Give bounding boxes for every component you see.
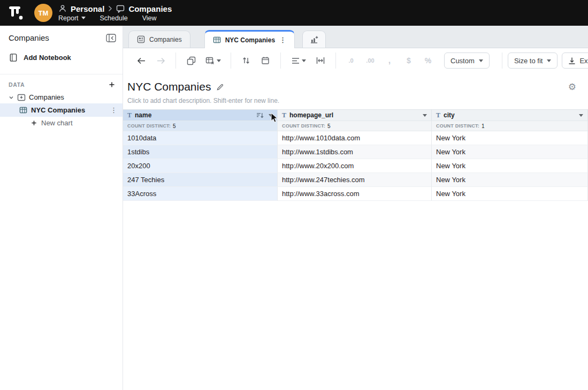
- divider: [280, 52, 281, 69]
- source-icon: [17, 93, 26, 102]
- top-bar: TM Personal Companies Report Schedule: [0, 0, 588, 26]
- column-header-name[interactable]: T name: [123, 110, 278, 121]
- count-distinct-city: COUNT DISTINCT: 1: [432, 121, 588, 131]
- collapse-sidebar-button[interactable]: [106, 34, 116, 42]
- table-cell[interactable]: http://www.20x200.com: [278, 159, 432, 173]
- currency-format-button[interactable]: $: [401, 52, 417, 69]
- copy-icon: [187, 56, 196, 65]
- fit-width-button[interactable]: [312, 52, 329, 69]
- sidebar: Companies Add Notebook DATA: [0, 26, 123, 390]
- tree-item-companies[interactable]: Companies: [0, 91, 123, 103]
- tree-item-menu-button[interactable]: ⋮: [110, 107, 117, 114]
- table-cell[interactable]: 33Across: [123, 187, 278, 201]
- column-header-city[interactable]: T city: [432, 110, 588, 121]
- report-icon: [137, 35, 145, 43]
- table-cell[interactable]: 1010data: [123, 131, 278, 145]
- pencil-icon: [216, 83, 224, 91]
- back-button[interactable]: [133, 52, 149, 69]
- chevron-right-icon: [108, 5, 112, 12]
- chart-description-placeholder[interactable]: Click to add chart description. Shift-en…: [123, 97, 588, 104]
- table-cell[interactable]: 20x200: [123, 159, 278, 173]
- breadcrumb-workspace[interactable]: Personal: [71, 4, 104, 13]
- table-icon: [19, 106, 27, 114]
- add-data-button[interactable]: [109, 81, 115, 88]
- add-notebook-button[interactable]: Add Notebook: [0, 47, 123, 69]
- chevron-down-icon: [81, 17, 86, 19]
- table-cell[interactable]: http://www.1stdibs.com: [278, 145, 432, 159]
- table-cell[interactable]: 247 Techies: [123, 173, 278, 187]
- table-cell[interactable]: 1stdibs: [123, 145, 278, 159]
- tree-item-nyc-companies[interactable]: NYC Companies ⋮: [0, 103, 123, 117]
- data-table: T name T homepage_url: [123, 109, 588, 201]
- divider: [175, 52, 176, 69]
- new-chart-tab-button[interactable]: [302, 31, 326, 48]
- table-remove-icon: [205, 57, 215, 65]
- table-cell[interactable]: http://www.33across.com: [278, 187, 432, 201]
- divider: [502, 52, 502, 69]
- user-avatar[interactable]: TM: [34, 4, 52, 22]
- decrease-decimal-button[interactable]: .0: [343, 52, 359, 69]
- chart-settings-button[interactable]: ⚙: [568, 82, 576, 92]
- app-logo-icon[interactable]: [7, 4, 25, 22]
- text-type-icon: T: [436, 111, 440, 119]
- arrow-left-icon: [137, 57, 146, 65]
- data-section-header: DATA: [0, 74, 123, 91]
- panel-collapse-icon: [106, 34, 116, 42]
- sort-button[interactable]: [238, 52, 254, 69]
- plus-icon: [109, 81, 115, 88]
- breadcrumb-page[interactable]: Companies: [128, 4, 172, 13]
- sidebar-header: Companies: [0, 26, 123, 47]
- table-cell[interactable]: New York: [432, 173, 588, 187]
- calendar-button[interactable]: [257, 52, 273, 69]
- tab-menu-button[interactable]: ⋮: [279, 36, 286, 43]
- duplicate-button[interactable]: [183, 52, 199, 69]
- arrow-right-icon: [156, 57, 165, 65]
- increase-decimal-button[interactable]: .00: [362, 52, 378, 69]
- notebook-icon: [9, 53, 18, 62]
- menu-bar: Report Schedule View: [58, 14, 172, 22]
- align-left-icon: [292, 57, 300, 64]
- text-type-icon: T: [282, 111, 286, 119]
- table-icon: [213, 36, 221, 44]
- page-title[interactable]: NYC Companies: [127, 80, 211, 93]
- chevron-down-icon: [217, 59, 221, 62]
- display-options-button[interactable]: [202, 52, 224, 69]
- table-cell[interactable]: http://www.247techies.com: [278, 173, 432, 187]
- export-button[interactable]: Export: [562, 52, 588, 69]
- percent-format-button[interactable]: %: [420, 52, 436, 69]
- menu-view[interactable]: View: [142, 14, 157, 22]
- align-button[interactable]: [288, 52, 309, 69]
- comma-format-button[interactable]: ,: [381, 52, 398, 69]
- new-chart-button[interactable]: New chart: [0, 117, 123, 129]
- text-type-icon: T: [127, 111, 132, 119]
- chart-content: NYC Companies ⚙ Click to add chart descr…: [123, 73, 588, 390]
- count-distinct-name: COUNT DISTINCT: 5: [123, 121, 278, 131]
- table-cell[interactable]: New York: [432, 187, 588, 201]
- person-icon: [58, 4, 67, 13]
- column-header-homepage-url[interactable]: T homepage_url: [278, 110, 432, 121]
- menu-schedule[interactable]: Schedule: [100, 14, 128, 22]
- table-cell[interactable]: New York: [432, 159, 588, 173]
- expand-horizontal-icon: [316, 57, 325, 64]
- column-menu-caret[interactable]: [579, 114, 583, 117]
- tab-companies[interactable]: Companies: [128, 31, 190, 48]
- table-cell[interactable]: New York: [432, 131, 588, 145]
- number-format-select[interactable]: Custom: [444, 52, 490, 69]
- forward-button[interactable]: [152, 52, 169, 69]
- chevron-down-icon[interactable]: [9, 95, 14, 100]
- chevron-down-icon: [302, 59, 306, 62]
- table-cell[interactable]: http://www.1010data.com: [278, 131, 432, 145]
- table-cell[interactable]: New York: [432, 145, 588, 159]
- chart-plus-icon: [310, 35, 318, 44]
- sidebar-title: Companies: [9, 33, 49, 42]
- plus-icon: [31, 120, 37, 126]
- count-distinct-homepage-url: COUNT DISTINCT: 5: [278, 121, 432, 131]
- column-menu-caret[interactable]: [269, 114, 273, 117]
- tab-nyc-companies[interactable]: NYC Companies ⋮: [204, 30, 295, 48]
- menu-report[interactable]: Report: [58, 14, 86, 22]
- column-menu-caret[interactable]: [423, 114, 427, 117]
- topbar-text: Personal Companies Report Schedule View: [58, 4, 172, 22]
- edit-title-button[interactable]: [216, 83, 224, 91]
- download-icon: [568, 57, 576, 65]
- size-to-fit-select[interactable]: Size to fit: [508, 52, 558, 69]
